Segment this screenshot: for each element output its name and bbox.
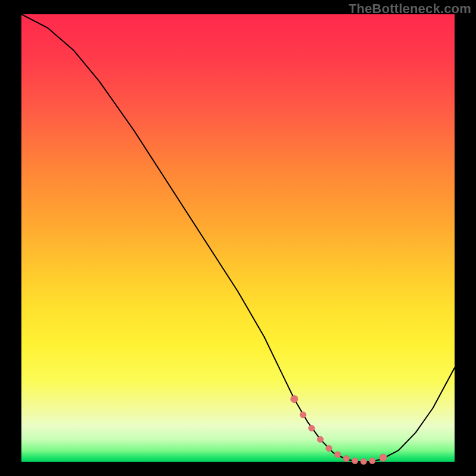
data-marker xyxy=(343,456,349,462)
marker-group xyxy=(290,396,387,465)
data-marker xyxy=(334,452,340,458)
chart-frame: TheBottleneck.com xyxy=(0,0,476,476)
data-marker xyxy=(352,458,358,464)
data-marker xyxy=(317,436,323,442)
chart-svg xyxy=(21,14,455,462)
curve-line xyxy=(21,14,455,462)
data-marker xyxy=(361,458,367,464)
data-marker xyxy=(369,458,375,464)
data-marker xyxy=(290,396,298,403)
plot-area xyxy=(21,14,455,462)
data-marker xyxy=(309,425,315,431)
data-marker xyxy=(326,445,332,451)
watermark-text: TheBottleneck.com xyxy=(349,1,471,17)
data-marker xyxy=(380,454,387,461)
data-marker xyxy=(300,412,306,418)
